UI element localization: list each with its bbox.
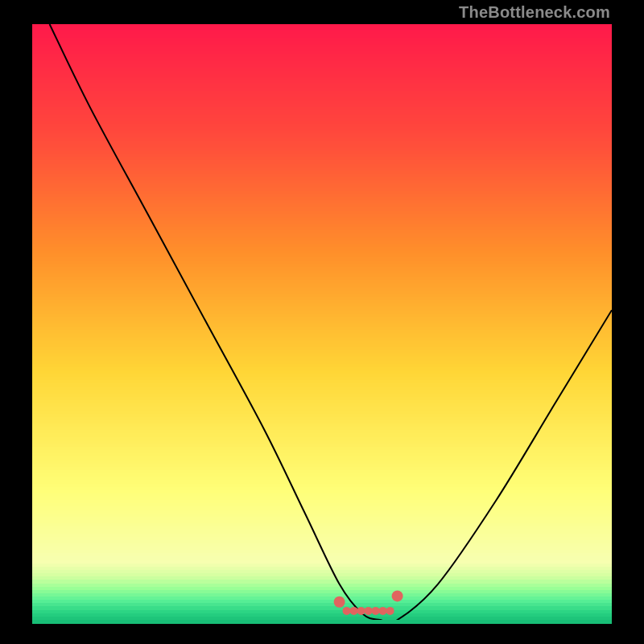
svg-point-5 [372,607,380,615]
chart-frame: TheBottleneck.com [0,0,644,644]
watermark-text: TheBottleneck.com [459,3,610,22]
plot-area [32,24,612,620]
curve-layer [32,24,612,620]
svg-point-7 [386,607,394,615]
svg-point-8 [392,590,403,601]
plateau-dots [334,590,403,615]
svg-point-1 [343,607,351,615]
svg-point-4 [365,607,373,615]
svg-point-0 [334,597,345,608]
svg-point-3 [357,607,365,615]
svg-point-6 [379,607,387,615]
svg-point-2 [350,607,358,615]
bottleneck-curve [50,24,612,620]
